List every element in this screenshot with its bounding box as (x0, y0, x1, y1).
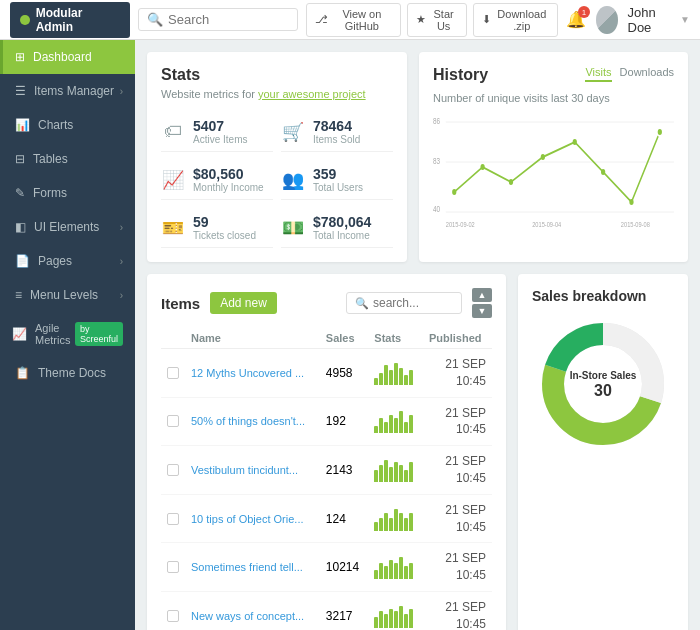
row-stats (368, 349, 423, 398)
menu-levels-icon: ≡ (15, 288, 22, 302)
items-manager-icon: ☰ (15, 84, 26, 98)
row-sales: 124 (320, 494, 369, 543)
bar-segment (399, 513, 403, 531)
bar-segment (374, 522, 378, 531)
logo: Modular Admin (10, 2, 130, 38)
topnav: Modular Admin 🔍 ⎇ View on GitHub ★ Star … (0, 0, 700, 40)
stat-total-income-label: Total Income (313, 230, 371, 241)
mini-bar-chart (374, 409, 417, 433)
table-row: 12 Myths Uncovered ...495821 SEP10:45 (161, 349, 492, 398)
star-button[interactable]: ★ Star Us (407, 3, 467, 37)
stat-total-users-value: 359 (313, 166, 363, 182)
tickets-closed-icon: 🎫 (161, 217, 185, 239)
avatar[interactable] (596, 6, 617, 34)
charts-icon: 📊 (15, 118, 30, 132)
sidebar-item-forms[interactable]: ✎ Forms (0, 176, 135, 210)
search-input[interactable] (168, 12, 288, 27)
col-sales: Sales (320, 328, 369, 349)
pages-icon: 📄 (15, 254, 30, 268)
row-published: 21 SEP10:45 (423, 397, 492, 446)
chevron-down-icon[interactable]: ▼ (680, 14, 690, 25)
bar-segment (384, 365, 388, 385)
sidebar-item-ui-elements[interactable]: ◧ UI Elements › (0, 210, 135, 244)
svg-point-6 (452, 189, 456, 195)
sidebar-label-charts: Charts (38, 118, 73, 132)
chevron-right-icon: › (120, 86, 123, 97)
row-checkbox[interactable] (167, 513, 179, 525)
sidebar-item-items-manager[interactable]: ☰ Items Manager › (0, 74, 135, 108)
bar-segment (394, 509, 398, 531)
row-checkbox[interactable] (167, 610, 179, 622)
tab-visits[interactable]: Visits (585, 66, 611, 82)
row-sales: 10214 (320, 543, 369, 592)
row-published: 21 SEP10:45 (423, 591, 492, 630)
sidebar-item-menu-levels[interactable]: ≡ Menu Levels › (0, 278, 135, 312)
sidebar-item-theme-docs[interactable]: 📋 Theme Docs (0, 356, 135, 390)
search-icon: 🔍 (147, 12, 163, 27)
row-name-link[interactable]: Sometimes friend tell... (191, 561, 303, 573)
agile-metrics-icon: 📈 (12, 327, 27, 341)
agile-badge: by Screenful (75, 322, 123, 346)
sidebar-item-agile-metrics[interactable]: 📈 Agile Metrics by Screenful (0, 312, 135, 356)
sales-card: Sales breakdown In-Store (518, 274, 688, 630)
bar-segment (409, 513, 413, 531)
row-name-link[interactable]: 50% of things doesn't... (191, 415, 305, 427)
search-box[interactable]: 🔍 (138, 8, 298, 31)
history-card: History Visits Downloads Number of uniqu… (419, 52, 688, 262)
items-sold-icon: 🛒 (281, 121, 305, 143)
topnav-actions: ⎇ View on GitHub ★ Star Us ⬇ Download .z… (306, 3, 558, 37)
bell-badge: 1 (578, 6, 590, 18)
items-search-input[interactable] (373, 296, 453, 310)
row-name-link[interactable]: New ways of concept... (191, 610, 304, 622)
sidebar-item-charts[interactable]: 📊 Charts (0, 108, 135, 142)
stat-tickets-closed-label: Tickets closed (193, 230, 256, 241)
notification-bell[interactable]: 🔔 1 (566, 10, 586, 29)
sidebar-label-ui-elements: UI Elements (34, 220, 99, 234)
stat-tickets-closed-value: 59 (193, 214, 256, 230)
tab-downloads[interactable]: Downloads (620, 66, 674, 82)
bar-segment (399, 411, 403, 433)
total-income-icon: 💵 (281, 217, 305, 239)
row-checkbox[interactable] (167, 415, 179, 427)
username-label: John Doe (628, 5, 671, 35)
monthly-income-icon: 📈 (161, 169, 185, 191)
mini-bar-chart (374, 361, 417, 385)
bar-segment (384, 460, 388, 482)
mini-bar-chart (374, 555, 417, 579)
row-checkbox[interactable] (167, 561, 179, 573)
sidebar-item-pages[interactable]: 📄 Pages › (0, 244, 135, 278)
total-users-icon: 👥 (281, 169, 305, 191)
row-name-link[interactable]: Vestibulum tincidunt... (191, 464, 298, 476)
bar-segment (389, 370, 393, 385)
bar-segment (384, 422, 388, 433)
sort-up-button[interactable]: ▲ (472, 288, 492, 302)
sort-buttons: ▲ ▼ (472, 288, 492, 318)
row-checkbox[interactable] (167, 464, 179, 476)
github-button[interactable]: ⎇ View on GitHub (306, 3, 401, 37)
row-name: 12 Myths Uncovered ... (185, 349, 320, 398)
stat-active-items: 🏷 5407 Active Items (161, 112, 273, 152)
row-stats (368, 446, 423, 495)
row-checkbox[interactable] (167, 367, 179, 379)
table-row: Vestibulum tincidunt...214321 SEP10:45 (161, 446, 492, 495)
bar-segment (409, 563, 413, 579)
row-sales: 192 (320, 397, 369, 446)
row-sales: 4958 (320, 349, 369, 398)
bar-segment (374, 570, 378, 579)
bar-segment (399, 465, 403, 482)
download-button[interactable]: ⬇ Download .zip (473, 3, 559, 37)
tables-icon: ⊟ (15, 152, 25, 166)
row-name-link[interactable]: 12 Myths Uncovered ... (191, 367, 304, 379)
bar-segment (389, 467, 393, 482)
items-search-box[interactable]: 🔍 (346, 292, 462, 314)
row-name-link[interactable]: 10 tips of Object Orie... (191, 513, 304, 525)
mini-bar-chart (374, 507, 417, 531)
stat-total-income-value: $780,064 (313, 214, 371, 230)
row-name: Vestibulum tincidunt... (185, 446, 320, 495)
history-subtitle: Number of unique visits last 30 days (433, 92, 674, 104)
sort-down-button[interactable]: ▼ (472, 304, 492, 318)
add-new-button[interactable]: Add new (210, 292, 277, 314)
stat-tickets-closed: 🎫 59 Tickets closed (161, 208, 273, 248)
sidebar-item-tables[interactable]: ⊟ Tables (0, 142, 135, 176)
sidebar-item-dashboard[interactable]: ⊞ Dashboard (0, 40, 135, 74)
